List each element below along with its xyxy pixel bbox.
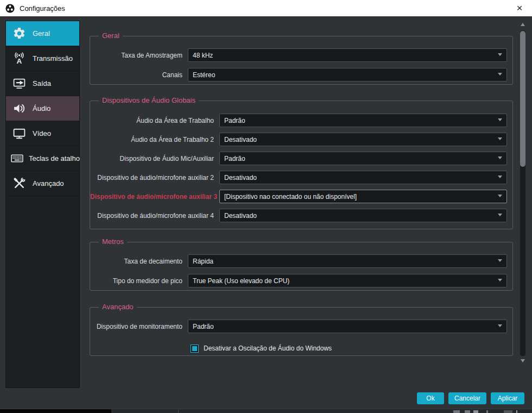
mic-aux-dropdown[interactable]: Padrão <box>219 152 507 165</box>
obs-logo-icon <box>5 4 15 13</box>
settings-dialog: Geral A Transmissão <box>0 16 532 409</box>
gear-icon <box>10 27 28 40</box>
ok-button[interactable]: Ok <box>417 392 444 404</box>
form-row: Tipo do medidor de pico True Peak (Uso e… <box>90 274 512 287</box>
form-row: Canais Estéreo <box>90 68 512 82</box>
mic-aux-3-label: Dispositivo de áudio/microfone auxiliar … <box>90 193 214 201</box>
desktop-audio-2-label: Áudio da Área de Trabalho 2 <box>90 136 214 143</box>
sidebar-item-label: Avançado <box>33 179 64 187</box>
checkbox-checked-mark <box>192 346 197 351</box>
sidebar-item-label: Geral <box>33 29 50 37</box>
monitoring-device-dropdown[interactable]: Padrão <box>188 320 507 333</box>
tools-icon <box>10 177 28 190</box>
form-row: Dispositivo de Áudio Mic/Auxiliar Padrão <box>90 152 512 165</box>
channels-dropdown[interactable]: Estéreo <box>188 68 507 82</box>
group-geral: Geral Taxa de Amostragem 48 kHz Canais E… <box>90 36 513 85</box>
taskbar-divider <box>178 410 179 413</box>
taskbar-dark-segment <box>0 409 111 413</box>
monitoring-device-label: Dispositivo de monitoramento <box>90 323 182 330</box>
form-row: Desativar a Oscilação de Áudio do Window… <box>191 343 512 353</box>
close-icon[interactable]: × <box>514 0 525 16</box>
sidebar-item-label: Áudio <box>33 104 50 112</box>
speaker-icon <box>10 102 28 115</box>
broadcast-icon: A <box>10 52 28 65</box>
form-row: Taxa de Amostragem 48 kHz <box>90 48 512 62</box>
taskbar-icon <box>516 410 517 413</box>
group-title: Dispositivos de Áudio Globais <box>99 96 199 104</box>
sample-rate-dropdown[interactable]: 48 kHz <box>188 48 507 62</box>
desktop-audio-2-dropdown[interactable]: Desativado <box>219 133 507 146</box>
sample-rate-label: Taxa de Amostragem <box>90 52 182 59</box>
chevron-down-icon <box>498 137 502 140</box>
window-title: Configurações <box>20 4 65 12</box>
form-row: Dispositivo de áudio/microfone auxiliar … <box>90 209 512 222</box>
sidebar-item-label: Vídeo <box>33 129 51 137</box>
sidebar-item-saida[interactable]: Saída <box>6 71 79 96</box>
taskbar-icon <box>504 410 512 413</box>
taskbar-icon <box>486 410 488 413</box>
mic-aux-2-label: Dispositivo de áudio/microfone auxiliar … <box>90 174 214 182</box>
disable-audio-ducking-checkbox[interactable] <box>191 345 199 353</box>
mic-aux-4-label: Dispositivo de áudio/microfone auxiliar … <box>90 212 214 220</box>
scroll-down-arrow-icon[interactable] <box>521 359 525 362</box>
vertical-scrollbar <box>520 23 525 362</box>
desktop-audio-label: Áudio da Área de Trabalho <box>90 117 214 124</box>
decay-rate-label: Taxa de decaimento <box>90 258 182 265</box>
group-dispositivos-audio-globais: Dispositivos de Áudio Globais Áudio da Á… <box>90 101 513 229</box>
form-row: Dispositivo de áudio/microfone auxiliar … <box>90 171 512 184</box>
chevron-down-icon <box>498 53 502 56</box>
svg-text:A: A <box>16 57 22 65</box>
chevron-down-icon <box>498 259 502 262</box>
scrollbar-thumb[interactable] <box>520 31 525 167</box>
disable-audio-ducking-label: Desativar a Oscilação de Áudio do Window… <box>204 345 332 352</box>
dialog-footer: Ok Cancelar Aplicar <box>417 392 524 404</box>
sidebar-item-audio[interactable]: Áudio <box>6 96 79 121</box>
sidebar-item-avancado[interactable]: Avançado <box>6 171 79 196</box>
window-titlebar[interactable]: Configurações × <box>0 0 532 16</box>
decay-rate-dropdown[interactable]: Rápida <box>188 254 507 268</box>
chevron-down-icon <box>498 157 502 159</box>
sidebar-item-label: Teclas de atalho <box>29 154 80 162</box>
chevron-down-icon <box>498 73 502 76</box>
mic-aux-4-dropdown[interactable]: Desativado <box>219 209 507 222</box>
mic-aux-2-dropdown[interactable]: Desativado <box>219 171 507 184</box>
sidebar-item-transmissao[interactable]: A Transmissão <box>6 46 79 71</box>
channels-label: Canais <box>90 71 182 79</box>
taskbar <box>0 409 532 413</box>
chevron-down-icon <box>498 195 502 197</box>
monitor-icon <box>10 127 28 140</box>
chevron-down-icon <box>498 214 502 216</box>
chevron-down-icon <box>498 324 502 327</box>
sidebar-item-video[interactable]: Vídeo <box>6 121 79 146</box>
taskbar-icon <box>453 410 460 413</box>
taskbar-icon <box>473 410 478 413</box>
taskbar-icon <box>465 410 470 413</box>
apply-button[interactable]: Aplicar <box>491 392 524 404</box>
sidebar-item-geral[interactable]: Geral <box>6 21 79 46</box>
group-title: Avançado <box>99 303 137 311</box>
form-row: Taxa de decaimento Rápida <box>90 254 512 268</box>
settings-sidebar: Geral A Transmissão <box>5 21 80 388</box>
mic-aux-3-dropdown[interactable]: [Dispositivo nao conectado ou não dispon… <box>219 190 507 203</box>
peak-meter-type-dropdown[interactable]: True Peak (Uso elevado de CPU) <box>188 274 507 287</box>
chevron-down-icon <box>498 279 502 281</box>
sidebar-item-label: Saída <box>33 79 51 87</box>
group-metros: Metros Taxa de decaimento Rápida Tipo do… <box>90 242 513 291</box>
form-row: Dispositivo de áudio/microfone auxiliar … <box>90 190 512 203</box>
group-avancado: Avançado Dispositivo de monitoramento Pa… <box>90 307 513 356</box>
group-title: Geral <box>99 32 123 40</box>
keyboard-icon <box>10 152 24 165</box>
chevron-down-icon <box>498 176 502 178</box>
peak-meter-type-label: Tipo do medidor de pico <box>90 277 182 285</box>
desktop-audio-dropdown[interactable]: Padrão <box>219 114 507 127</box>
output-icon <box>10 77 28 90</box>
mic-aux-label: Dispositivo de Áudio Mic/Auxiliar <box>90 155 214 162</box>
form-row: Áudio da Área de Trabalho 2 Desativado <box>90 133 512 146</box>
sidebar-item-teclas-de-atalho[interactable]: Teclas de atalho <box>6 146 79 171</box>
form-row: Áudio da Área de Trabalho Padrão <box>90 114 512 127</box>
sidebar-item-label: Transmissão <box>33 54 73 62</box>
group-title: Metros <box>99 237 127 246</box>
chevron-down-icon <box>498 118 502 121</box>
cancel-button[interactable]: Cancelar <box>448 392 486 404</box>
scroll-up-arrow-icon[interactable] <box>521 23 525 26</box>
